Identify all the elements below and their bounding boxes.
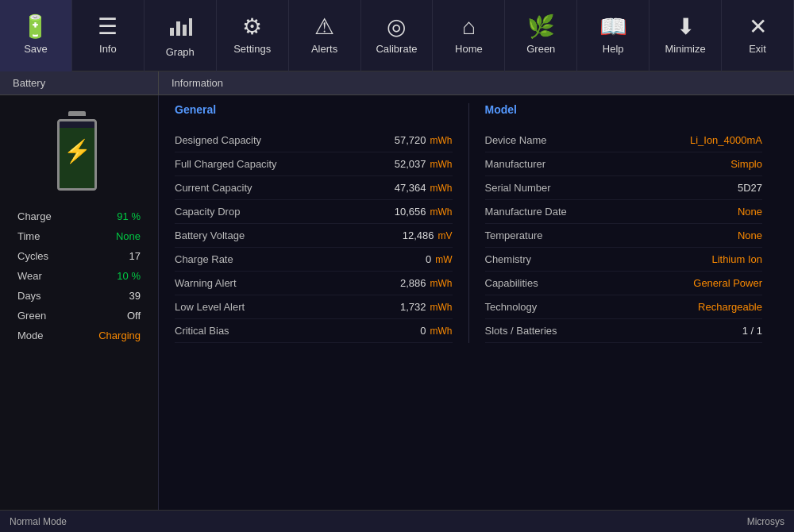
- capacity-drop-label: Capacity Drop: [175, 206, 240, 218]
- battery-voltage-unit: mV: [438, 230, 453, 241]
- mode-label: Mode: [17, 330, 44, 341]
- charge-rate-unit: mW: [435, 254, 452, 265]
- capacity-drop-val: 10,656 mWh: [395, 206, 453, 218]
- stat-time: Time None: [10, 226, 148, 246]
- toolbar-graph[interactable]: Graph: [145, 0, 217, 71]
- full-charged-val: 52,037 mWh: [395, 158, 453, 170]
- critical-bias-num: 0: [420, 325, 426, 337]
- mode-value: Charging: [98, 330, 141, 341]
- battery-tip: [68, 111, 86, 116]
- device-name-label: Device Name: [485, 134, 547, 146]
- graph-label: Graph: [166, 46, 195, 58]
- status-left: Normal Mode: [10, 516, 67, 527]
- toolbar-info[interactable]: ☰ Info: [72, 0, 145, 71]
- device-name-value: Li_Ion_4000mA: [690, 134, 762, 146]
- low-level-alert-num: 1,732: [400, 301, 426, 313]
- exit-label: Exit: [749, 43, 766, 55]
- save-icon: 🔋: [21, 16, 49, 38]
- row-current-capacity: Current Capacity 47,364 mWh: [175, 176, 453, 200]
- warning-alert-label: Warning Alert: [175, 277, 237, 289]
- status-bar: Normal Mode Microsys: [0, 510, 794, 532]
- info-icon: ☰: [98, 16, 118, 38]
- toolbar-green[interactable]: 🌿 Green: [505, 0, 577, 71]
- minimize-icon: ⬇: [676, 16, 695, 38]
- toolbar-minimize[interactable]: ⬇ Minimize: [649, 0, 722, 71]
- toolbar-home[interactable]: ⌂ Home: [433, 0, 505, 71]
- current-capacity-label: Current Capacity: [175, 182, 252, 194]
- minimize-label: Minimize: [665, 43, 705, 55]
- low-level-alert-val: 1,732 mWh: [400, 301, 453, 313]
- info-label: Info: [99, 43, 117, 55]
- alerts-label: Alerts: [311, 43, 337, 55]
- svg-rect-1: [176, 21, 180, 36]
- row-chemistry: Chemistry Lithium Ion: [485, 248, 763, 272]
- capabilities-label: Capabilities: [485, 277, 538, 289]
- warning-alert-unit: mWh: [430, 278, 453, 289]
- full-charged-num: 52,037: [395, 158, 426, 170]
- toolbar-save[interactable]: 🔋 Save: [0, 0, 72, 71]
- save-label: Save: [24, 43, 48, 55]
- stat-mode: Mode Charging: [10, 326, 148, 345]
- graph-icon: [168, 13, 192, 41]
- row-technology: Technology Rechargeable: [485, 295, 763, 319]
- current-capacity-val: 47,364 mWh: [395, 182, 453, 194]
- section-header: Battery Information: [0, 71, 794, 95]
- toolbar-help[interactable]: 📖 Help: [577, 0, 649, 71]
- charge-rate-val: 0 mW: [426, 253, 453, 265]
- row-slots-batteries: Slots / Batteries 1 / 1: [485, 319, 763, 343]
- help-icon: 📖: [599, 16, 627, 38]
- charge-label: Charge: [17, 210, 52, 222]
- settings-icon: ⚙: [242, 16, 262, 38]
- time-label: Time: [17, 230, 40, 242]
- row-temperature: Temperature None: [485, 224, 763, 248]
- green-stat-value: Off: [127, 310, 141, 322]
- manufacture-date-value: None: [738, 206, 762, 218]
- designed-capacity-unit: mWh: [430, 135, 453, 146]
- right-panel: General Designed Capacity 57,720 mWh Ful…: [159, 95, 794, 510]
- svg-rect-3: [189, 18, 192, 36]
- toolbar-calibrate[interactable]: ◎ Calibrate: [361, 0, 434, 71]
- full-charged-unit: mWh: [430, 159, 453, 170]
- row-capabilities: Capabilities General Power: [485, 272, 763, 295]
- chemistry-label: Chemistry: [485, 253, 532, 265]
- left-panel: ⚡ Charge 91 % Time None Cycles 17 Wear 1…: [0, 95, 159, 510]
- capacity-drop-unit: mWh: [430, 206, 453, 218]
- toolbar-settings[interactable]: ⚙ Settings: [217, 0, 289, 71]
- battery-voltage-num: 12,486: [403, 229, 434, 241]
- row-device-name: Device Name Li_Ion_4000mA: [485, 129, 763, 152]
- stat-cycles: Cycles 17: [10, 246, 148, 266]
- info-columns: General Designed Capacity 57,720 mWh Ful…: [175, 103, 778, 343]
- manufacturer-label: Manufacturer: [485, 158, 546, 170]
- row-warning-alert: Warning Alert 2,886 mWh: [175, 272, 453, 295]
- temperature-label: Temperature: [485, 229, 543, 241]
- stat-charge: Charge 91 %: [10, 206, 148, 226]
- slots-batteries-value: 1 / 1: [742, 325, 762, 337]
- designed-capacity-label: Designed Capacity: [175, 134, 261, 146]
- critical-bias-unit: mWh: [430, 326, 453, 337]
- battery-icon: ⚡: [57, 111, 101, 191]
- status-right: Microsys: [747, 516, 784, 527]
- battery-body: ⚡: [57, 119, 97, 191]
- charge-value: 91 %: [117, 210, 141, 222]
- settings-label: Settings: [233, 43, 271, 55]
- model-header: Model: [485, 103, 763, 119]
- general-column: General Designed Capacity 57,720 mWh Ful…: [175, 103, 468, 343]
- toolbar-alerts[interactable]: ⚠ Alerts: [289, 0, 361, 71]
- svg-rect-0: [170, 28, 174, 36]
- green-stat-label: Green: [17, 310, 46, 322]
- days-value: 39: [129, 290, 141, 302]
- days-label: Days: [17, 290, 41, 302]
- green-label: Green: [526, 43, 555, 55]
- alerts-icon: ⚠: [314, 16, 334, 38]
- critical-bias-val: 0 mWh: [420, 325, 452, 337]
- full-charged-label: Full Charged Capacity: [175, 158, 277, 170]
- help-label: Help: [603, 43, 624, 55]
- toolbar-exit[interactable]: ✕ Exit: [722, 0, 794, 71]
- row-critical-bias: Critical Bias 0 mWh: [175, 319, 453, 343]
- serial-number-value: 5D27: [738, 182, 762, 194]
- home-label: Home: [455, 43, 483, 55]
- row-full-charged: Full Charged Capacity 52,037 mWh: [175, 152, 453, 176]
- exit-icon: ✕: [749, 16, 767, 38]
- calibrate-icon: ◎: [387, 16, 406, 38]
- toolbar: 🔋 Save ☰ Info Graph ⚙ Settings ⚠ Alerts …: [0, 0, 794, 71]
